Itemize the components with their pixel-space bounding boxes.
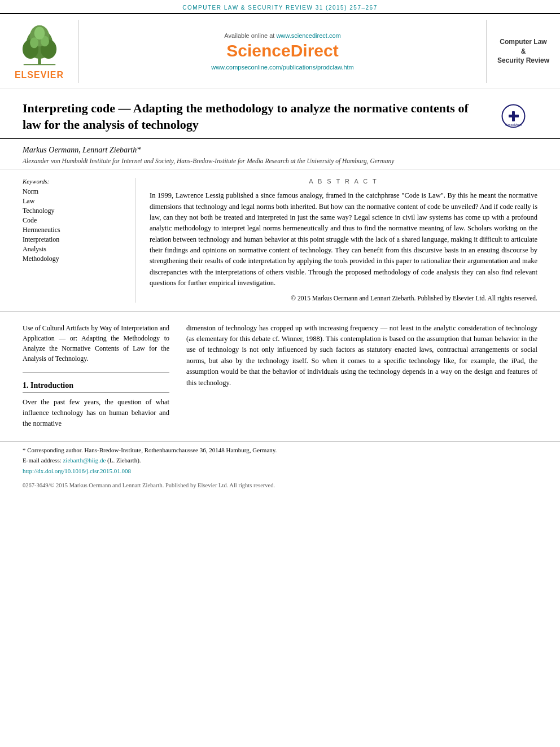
email-note: (L. Ziebarth). <box>107 457 141 464</box>
authors-text: Markus Oermann, Lennart Ziebarth* <box>23 146 537 155</box>
section-number: 1. <box>23 381 29 390</box>
doi-footnote: http://dx.doi.org/10.1016/j.clsr.2015.01… <box>23 467 537 475</box>
journal-name-section: Computer Law&Security Review <box>487 20 560 83</box>
sciencedirect-brand: ScienceDirect <box>226 41 338 60</box>
email-link[interactable]: ziebarth@hiig.de <box>63 457 106 464</box>
keyword-analysis: Analysis <box>23 245 124 254</box>
svg-rect-8 <box>23 64 55 65</box>
svg-rect-11 <box>512 111 515 121</box>
abstract-column: A B S T R A C T In 1999, Lawrence Lessig… <box>135 178 537 302</box>
keyword-interpretation: Interpretation <box>23 235 124 244</box>
keyword-hermeneutics: Hermeneutics <box>23 226 124 234</box>
keyword-methodology: Methodology <box>23 255 124 263</box>
journal-header: Computer Law & Security Review 31 (2015)… <box>0 0 560 13</box>
svg-point-7 <box>34 27 45 40</box>
doi-link[interactable]: http://dx.doi.org/10.1016/j.clsr.2015.01… <box>23 467 537 475</box>
abstract-section: Keywords: Norm Law Technology Code Herme… <box>0 169 560 311</box>
article-title: Interpreting code — Adapting the methodo… <box>23 101 485 133</box>
article-title-section: Interpreting code — Adapting the methodo… <box>0 89 560 139</box>
available-online-text: Available online at www.sciencedirect.co… <box>224 32 340 39</box>
sciencedirect-link[interactable]: www.sciencedirect.com <box>276 32 340 39</box>
abstract-header: A B S T R A C T <box>150 178 537 185</box>
section1-right-body: dimension of technology has cropped up w… <box>186 324 537 387</box>
abstract-body: In 1999, Lawrence Lessig published a sin… <box>150 190 537 289</box>
keyword-norm: Norm <box>23 187 124 196</box>
section1-right-text: dimension of technology has cropped up w… <box>186 323 537 388</box>
issn-text: 0267-3649/© 2015 Markus Oermann and Lenn… <box>23 482 275 488</box>
crossmark-icon: CrossMark <box>501 103 526 129</box>
crossmark-badge: CrossMark <box>501 103 526 131</box>
elsevier-logo-section: ELSEVIER <box>0 20 79 83</box>
corresponding-text: * Corresponding author. Hans-Bredow-Inst… <box>23 447 277 453</box>
issn-bar: 0267-3649/© 2015 Markus Oermann and Lenn… <box>0 480 560 491</box>
journal-title: Computer Law & Security Review 31 (2015)… <box>182 5 377 11</box>
keyword-code: Code <box>23 216 124 225</box>
elsevier-wordmark: ELSEVIER <box>15 70 64 80</box>
email-footnote: E-mail address: ziebarth@hiig.de (L. Zie… <box>23 456 537 465</box>
section1-heading: 1. Introduction <box>23 381 169 392</box>
elsevier-logo: ELSEVIER <box>14 23 65 80</box>
footnotes: * Corresponding author. Hans-Bredow-Inst… <box>0 441 560 480</box>
journal-name-text: Computer Law&Security Review <box>497 37 549 65</box>
keywords-label: Keywords: <box>23 178 124 185</box>
keywords-column: Keywords: Norm Law Technology Code Herme… <box>23 178 135 302</box>
section-title-text: Introduction <box>30 381 73 390</box>
svg-point-5 <box>30 37 38 48</box>
copyright-text: © 2015 Markus Oermann and Lennart Ziebar… <box>150 294 537 303</box>
email-label: E-mail address: <box>23 457 63 464</box>
section1-left-text: Over the past few years, the question of… <box>23 397 169 430</box>
corresponding-author: * Corresponding author. Hans-Bredow-Inst… <box>23 446 537 455</box>
publisher-header: ELSEVIER Available online at www.science… <box>0 13 560 89</box>
affiliation-text: Alexander von Humboldt Institute for Int… <box>23 158 537 164</box>
right-column: dimension of technology has cropped up w… <box>186 323 537 430</box>
svg-text:CrossMark: CrossMark <box>505 123 522 126</box>
left-column: Use of Cultural Artifacts by Way of Inte… <box>23 323 169 430</box>
elsevier-tree-icon <box>14 23 65 68</box>
keyword-law: Law <box>23 197 124 206</box>
lower-content: Use of Cultural Artifacts by Way of Inte… <box>0 312 560 441</box>
authors-section: Markus Oermann, Lennart Ziebarth* Alexan… <box>0 139 560 169</box>
journal-url[interactable]: www.compseconline.com/publications/prodc… <box>211 64 354 71</box>
journal-brand-center: Available online at www.sciencedirect.co… <box>79 20 487 83</box>
sidebar-note: Use of Cultural Artifacts by Way of Inte… <box>23 323 169 373</box>
keyword-technology: Technology <box>23 207 124 215</box>
